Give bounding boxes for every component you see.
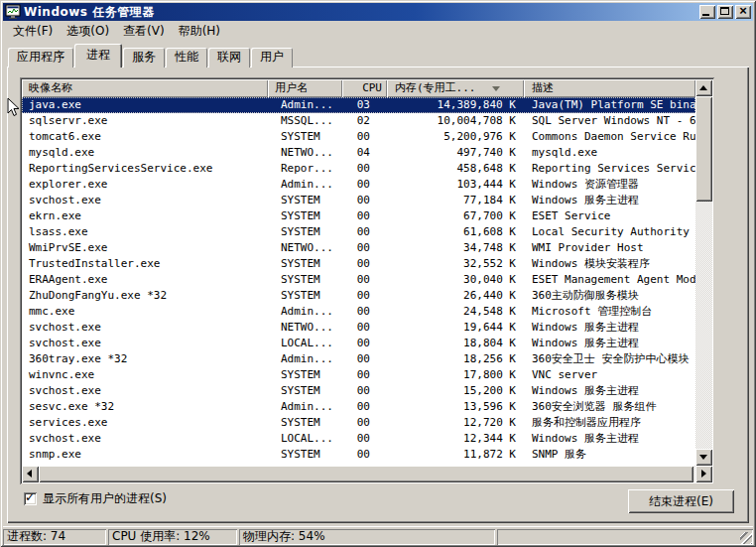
process-row[interactable]: 360tray.exe *32Admin...0018,256 K360安全卫士… (22, 351, 695, 367)
cell-description: Windows 资源管理器 (524, 177, 695, 193)
scroll-up-icon (699, 85, 707, 90)
cell-image-name: 360tray.exe *32 (22, 351, 268, 367)
cell-user-name: SYSTEM (268, 383, 342, 399)
column-header-user-name[interactable]: 用户名 (268, 79, 342, 97)
minimize-button[interactable] (699, 5, 715, 19)
horizontal-scrollbar[interactable] (22, 466, 712, 482)
cell-description: Windows 服务主进程 (524, 431, 695, 447)
cell-image-name: snmp.exe (22, 447, 268, 463)
cell-memory: 32,552 K (387, 256, 524, 272)
cell-description: Windows 服务主进程 (524, 383, 695, 399)
cell-image-name: TrustedInstaller.exe (22, 256, 268, 272)
process-row[interactable]: sqlservr.exeMSSQL...0210,004,708 KSQL Se… (22, 113, 695, 129)
tab-networking[interactable]: 联网 (208, 48, 250, 68)
tab-services[interactable]: 服务 (123, 48, 165, 68)
process-row[interactable]: ekrn.exeSYSTEM0067,700 KESET Service (22, 208, 695, 224)
menu-item-view[interactable]: 查看(V) (116, 21, 172, 42)
column-header-memory[interactable]: 内存(专用工... (387, 79, 524, 97)
menu-item-file[interactable]: 文件(F) (6, 21, 60, 42)
process-row[interactable]: svchost.exeSYSTEM0077,184 KWindows 服务主进程 (22, 193, 695, 208)
process-row[interactable]: winvnc.exeSYSTEM0017,800 KVNC server (22, 367, 695, 383)
list-header: 映像名称用户名CPU内存(专用工...描述 (22, 79, 695, 97)
cell-description: 360安全浏览器 服务组件 (524, 399, 695, 415)
cell-description: 服务和控制器应用程序 (524, 415, 695, 431)
process-row[interactable]: sesvc.exe *32Admin...0013,596 K360安全浏览器 … (22, 399, 695, 415)
status-process-count: 进程数: 74 (3, 529, 106, 545)
cell-user-name: LOCAL... (268, 336, 342, 351)
cell-description: Java(TM) Platform SE binary (524, 97, 695, 113)
cell-description: Reporting Services Service (524, 161, 695, 177)
cell-image-name: lsass.exe (22, 224, 268, 240)
cell-user-name: NETWO... (268, 145, 342, 161)
checkbox-box[interactable]: ✓ (24, 492, 37, 505)
tab-applications[interactable]: 应用程序 (8, 48, 73, 68)
cell-image-name: explorer.exe (22, 177, 268, 193)
cell-image-name: ZhuDongFangYu.exe *32 (22, 288, 268, 304)
cell-memory: 77,184 K (387, 193, 524, 208)
cell-cpu: 00 (342, 415, 387, 431)
sort-desc-icon (492, 86, 500, 91)
scroll-up-button[interactable] (695, 79, 712, 96)
horizontal-scroll-thumb[interactable] (39, 466, 693, 482)
cell-description: SNMP 服务 (524, 447, 695, 463)
cell-cpu: 00 (342, 320, 387, 336)
cell-user-name: NETWO... (268, 240, 342, 256)
process-row[interactable]: svchost.exeLOCAL...0012,344 KWindows 服务主… (22, 431, 695, 447)
cell-user-name: SYSTEM (268, 367, 342, 383)
process-row[interactable]: mmc.exeAdmin...0024,548 KMicrosoft 管理控制台 (22, 304, 695, 320)
cell-memory: 12,720 K (387, 415, 524, 431)
process-row[interactable]: explorer.exeAdmin...00103,444 KWindows 资… (22, 177, 695, 193)
scroll-left-icon (27, 470, 32, 478)
process-row[interactable]: java.exeAdmin...0314,389,840 KJava(TM) P… (22, 97, 695, 113)
show-all-users-checkbox[interactable]: ✓ 显示所有用户的进程(S) (24, 490, 167, 507)
process-list-inner: 映像名称用户名CPU内存(专用工...描述 java.exeAdmin...03… (22, 79, 712, 482)
process-row[interactable]: TrustedInstaller.exeSYSTEM0032,552 KWind… (22, 256, 695, 272)
process-row[interactable]: lsass.exeSYSTEM0061,608 KLocal Security … (22, 224, 695, 240)
column-header-description[interactable]: 描述 (524, 79, 695, 97)
cell-image-name: tomcat6.exe (22, 129, 268, 145)
menu-item-help[interactable]: 帮助(H) (172, 21, 227, 42)
scroll-right-button[interactable] (695, 466, 712, 482)
cell-cpu: 00 (342, 383, 387, 399)
resize-grip[interactable] (740, 532, 752, 544)
process-row[interactable]: ERAAgent.exeSYSTEM0030,040 KESET Managem… (22, 272, 695, 288)
cell-cpu: 00 (342, 256, 387, 272)
process-row[interactable]: svchost.exeLOCAL...0018,804 KWindows 服务主… (22, 336, 695, 351)
process-row[interactable]: tomcat6.exeSYSTEM005,200,976 KCommons Da… (22, 129, 695, 145)
process-row[interactable]: services.exeSYSTEM0012,720 K服务和控制器应用程序 (22, 415, 695, 431)
maximize-button[interactable] (717, 5, 733, 19)
cell-cpu: 03 (342, 97, 387, 113)
cell-cpu: 00 (342, 177, 387, 193)
cell-memory: 34,748 K (387, 240, 524, 256)
process-row[interactable]: WmiPrvSE.exeNETWO...0034,748 KWMI Provid… (22, 240, 695, 256)
cell-user-name: MSSQL... (268, 113, 342, 129)
process-row[interactable]: mysqld.exeNETWO...04497,740 Kmysqld.exe (22, 145, 695, 161)
tab-processes[interactable]: 进程 (74, 44, 122, 68)
cell-memory: 24,548 K (387, 304, 524, 320)
cell-user-name: NETWO... (268, 320, 342, 336)
process-row[interactable]: svchost.exeSYSTEM0015,200 KWindows 服务主进程 (22, 383, 695, 399)
vertical-scroll-thumb[interactable] (695, 96, 712, 202)
menu-item-options[interactable]: 选项(O) (60, 21, 116, 42)
process-row[interactable]: svchost.exeNETWO...0019,644 KWindows 服务主… (22, 320, 695, 336)
scroll-left-button[interactable] (22, 466, 39, 482)
end-process-button[interactable]: 结束进程(E) (628, 489, 734, 513)
cell-description: SQL Server Windows NT - 64 Bit (524, 113, 695, 129)
cell-cpu: 00 (342, 193, 387, 208)
process-row[interactable]: ReportingServicesService.exeRepor...0045… (22, 161, 695, 177)
cell-image-name: services.exe (22, 415, 268, 431)
show-all-users-label: 显示所有用户的进程(S) (43, 490, 167, 507)
vertical-scrollbar[interactable] (695, 79, 712, 466)
scroll-down-button[interactable] (695, 449, 712, 466)
process-row[interactable]: snmp.exeSYSTEM0011,872 KSNMP 服务 (22, 447, 695, 463)
cell-memory: 17,800 K (387, 367, 524, 383)
column-header-image-name[interactable]: 映像名称 (22, 79, 268, 97)
cell-cpu: 00 (342, 161, 387, 177)
tab-performance[interactable]: 性能 (166, 48, 207, 68)
cell-image-name: sesvc.exe *32 (22, 399, 268, 415)
process-row[interactable]: ZhuDongFangYu.exe *32SYSTEM0026,440 K360… (22, 288, 695, 304)
close-button[interactable]: × (735, 5, 751, 19)
column-header-cpu[interactable]: CPU (342, 79, 387, 97)
cell-cpu: 00 (342, 224, 387, 240)
tab-users[interactable]: 用户 (251, 48, 293, 68)
